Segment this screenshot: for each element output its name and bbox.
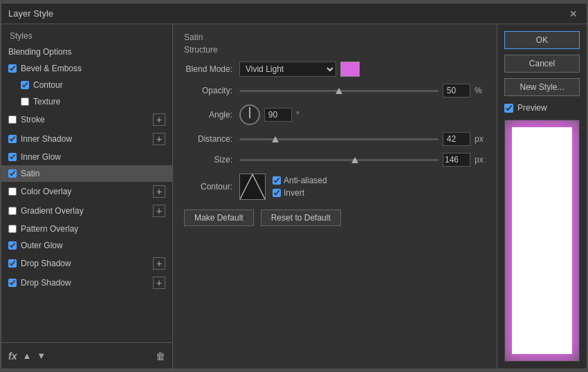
stroke-add-button[interactable]: + (153, 113, 165, 126)
preview-checkbox[interactable] (504, 104, 513, 113)
drop-shadow-2-add-button[interactable]: + (153, 277, 165, 289)
preview-label: Preview (517, 103, 547, 113)
inner-glow-label: Inner Glow (21, 152, 165, 162)
gradient-overlay-checkbox[interactable] (8, 207, 17, 215)
blend-mode-row: Blend Mode: Vivid Light Normal Multiply … (184, 62, 486, 77)
satin-checkbox[interactable] (8, 169, 17, 178)
blend-color-swatch[interactable] (340, 62, 360, 77)
sidebar-item-gradient-overlay[interactable]: Gradient Overlay + (1, 201, 172, 221)
sidebar-item-satin[interactable]: Satin (1, 165, 172, 182)
size-input[interactable] (443, 153, 470, 167)
stroke-label: Stroke (21, 115, 153, 124)
sidebar-item-pattern-overlay[interactable]: Pattern Overlay (1, 221, 172, 237)
size-label: Size: (184, 155, 239, 165)
anti-aliased-checkbox[interactable] (273, 176, 281, 185)
color-overlay-label: Color Overlay (21, 187, 153, 196)
contour-options: Anti-aliased Invert (273, 176, 327, 198)
texture-label: Texture (33, 97, 165, 106)
layer-style-dialog: Layer Style ✕ Styles Blending Options Be… (1, 3, 587, 369)
reset-to-default-button[interactable]: Reset to Default (261, 210, 341, 226)
sidebar-item-outer-glow[interactable]: Outer Glow (1, 237, 172, 254)
sidebar-item-inner-shadow[interactable]: Inner Shadow + (1, 129, 172, 149)
stroke-checkbox[interactable] (8, 115, 17, 124)
fx-button[interactable]: fx (8, 351, 17, 362)
close-button[interactable]: ✕ (567, 8, 580, 20)
distance-input[interactable] (443, 132, 470, 146)
bevel-emboss-label: Bevel & Emboss (21, 64, 165, 73)
preview-row: Preview (504, 102, 580, 114)
styles-section-label: Styles (1, 28, 172, 44)
opacity-input[interactable] (443, 84, 470, 97)
pattern-overlay-label: Pattern Overlay (21, 224, 165, 234)
drop-shadow-1-add-button[interactable]: + (153, 257, 165, 270)
sidebar-item-blending-options[interactable]: Blending Options (1, 44, 172, 60)
opacity-label: Opacity: (184, 86, 239, 95)
color-overlay-checkbox[interactable] (8, 187, 17, 196)
anti-aliased-label: Anti-aliased (284, 176, 327, 185)
distance-slider-container: px (239, 132, 486, 146)
sidebar-item-drop-shadow-1[interactable]: Drop Shadow + (1, 254, 172, 273)
delete-button[interactable]: 🗑 (156, 351, 165, 362)
invert-label: Invert (284, 188, 304, 198)
left-panel: Styles Blending Options Bevel & Emboss C… (1, 24, 173, 369)
distance-unit: px (475, 134, 486, 144)
move-down-button[interactable]: ▼ (37, 351, 46, 361)
styles-list: Styles Blending Options Bevel & Emboss C… (1, 24, 172, 342)
sidebar-item-inner-glow[interactable]: Inner Glow (1, 149, 172, 165)
move-up-button[interactable]: ▲ (22, 351, 31, 361)
invert-checkbox[interactable] (273, 189, 281, 197)
gradient-overlay-add-button[interactable]: + (153, 205, 165, 217)
contour-row: Contour: Anti-aliased Invert (184, 174, 486, 200)
contour-preview[interactable] (239, 174, 266, 200)
drop-shadow-2-label: Drop Shadow (21, 278, 153, 288)
size-slider-container: px (239, 153, 486, 167)
blend-mode-label: Blend Mode: (184, 64, 239, 74)
angle-row: Angle: ° (184, 104, 486, 125)
opacity-slider[interactable] (239, 90, 439, 92)
preview-canvas (504, 120, 580, 362)
drop-shadow-2-checkbox[interactable] (8, 279, 17, 287)
middle-panel: Satin Structure Blend Mode: Vivid Light … (173, 24, 497, 369)
angle-dial[interactable] (239, 104, 260, 125)
left-footer: fx ▲ ▼ 🗑 (1, 342, 172, 369)
action-buttons: Make Default Reset to Default (184, 210, 486, 226)
satin-label: Satin (21, 169, 165, 178)
texture-checkbox[interactable] (21, 97, 29, 106)
color-overlay-add-button[interactable]: + (153, 185, 165, 198)
opacity-slider-container: % (239, 84, 486, 97)
sidebar-item-bevel-emboss[interactable]: Bevel & Emboss (1, 60, 172, 77)
distance-row: Distance: px (184, 132, 486, 146)
contour-checkbox[interactable] (21, 81, 29, 89)
bevel-emboss-checkbox[interactable] (8, 64, 17, 73)
inner-glow-checkbox[interactable] (8, 153, 17, 161)
inner-shadow-label: Inner Shadow (21, 134, 153, 144)
new-style-button[interactable]: New Style... (504, 78, 580, 96)
ok-button[interactable]: OK (504, 31, 580, 49)
inner-shadow-add-button[interactable]: + (153, 133, 165, 145)
sidebar-item-color-overlay[interactable]: Color Overlay + (1, 182, 172, 201)
distance-slider[interactable] (239, 138, 439, 140)
sidebar-item-contour[interactable]: Contour (1, 77, 172, 93)
size-slider[interactable] (239, 159, 439, 161)
drop-shadow-1-label: Drop Shadow (21, 259, 153, 268)
pattern-overlay-checkbox[interactable] (8, 225, 17, 233)
size-row: Size: px (184, 153, 486, 167)
blend-mode-select[interactable]: Vivid Light Normal Multiply Screen (239, 62, 336, 77)
dialog-title: Layer Style (8, 8, 53, 19)
outer-glow-checkbox[interactable] (8, 241, 17, 250)
make-default-button[interactable]: Make Default (184, 210, 254, 226)
title-bar: Layer Style ✕ (1, 3, 587, 24)
drop-shadow-1-checkbox[interactable] (8, 259, 17, 268)
right-panel: OK Cancel New Style... Preview (497, 24, 587, 369)
sidebar-item-drop-shadow-2[interactable]: Drop Shadow + (1, 273, 172, 292)
gradient-overlay-label: Gradient Overlay (21, 206, 153, 216)
section-title: Satin (184, 32, 486, 42)
inner-shadow-checkbox[interactable] (8, 135, 17, 143)
sidebar-item-stroke[interactable]: Stroke + (1, 110, 172, 129)
cancel-button[interactable]: Cancel (504, 55, 580, 73)
preview-inner (512, 127, 572, 354)
outer-glow-label: Outer Glow (21, 241, 165, 250)
sidebar-item-texture[interactable]: Texture (1, 93, 172, 110)
angle-input[interactable] (264, 108, 292, 122)
distance-label: Distance: (184, 134, 239, 144)
